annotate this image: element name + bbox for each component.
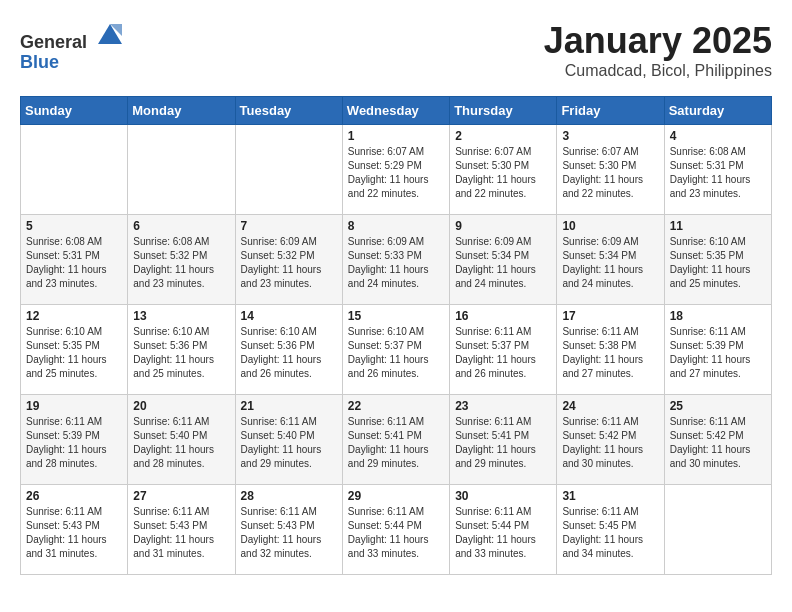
day-number: 19 (26, 399, 122, 413)
day-number: 30 (455, 489, 551, 503)
daylight-text: Daylight: 11 hours and 33 minutes. (348, 534, 429, 559)
sunset-text: Sunset: 5:45 PM (562, 520, 636, 531)
day-info: Sunrise: 6:07 AM Sunset: 5:29 PM Dayligh… (348, 145, 444, 201)
day-number: 10 (562, 219, 658, 233)
daylight-text: Daylight: 11 hours and 30 minutes. (670, 444, 751, 469)
sunrise-text: Sunrise: 6:11 AM (455, 506, 531, 517)
sunset-text: Sunset: 5:31 PM (670, 160, 744, 171)
daylight-text: Daylight: 11 hours and 26 minutes. (455, 354, 536, 379)
sunset-text: Sunset: 5:35 PM (670, 250, 744, 261)
day-number: 31 (562, 489, 658, 503)
day-cell: 16 Sunrise: 6:11 AM Sunset: 5:37 PM Dayl… (450, 305, 557, 395)
day-number: 26 (26, 489, 122, 503)
day-info: Sunrise: 6:10 AM Sunset: 5:37 PM Dayligh… (348, 325, 444, 381)
sunrise-text: Sunrise: 6:09 AM (455, 236, 531, 247)
sunrise-text: Sunrise: 6:07 AM (455, 146, 531, 157)
day-info: Sunrise: 6:11 AM Sunset: 5:39 PM Dayligh… (26, 415, 122, 471)
header-friday: Friday (557, 97, 664, 125)
day-number: 4 (670, 129, 766, 143)
day-cell: 25 Sunrise: 6:11 AM Sunset: 5:42 PM Dayl… (664, 395, 771, 485)
daylight-text: Daylight: 11 hours and 29 minutes. (241, 444, 322, 469)
day-cell: 19 Sunrise: 6:11 AM Sunset: 5:39 PM Dayl… (21, 395, 128, 485)
day-cell: 27 Sunrise: 6:11 AM Sunset: 5:43 PM Dayl… (128, 485, 235, 575)
sunrise-text: Sunrise: 6:10 AM (241, 326, 317, 337)
sunrise-text: Sunrise: 6:08 AM (133, 236, 209, 247)
daylight-text: Daylight: 11 hours and 28 minutes. (26, 444, 107, 469)
sunrise-text: Sunrise: 6:11 AM (133, 506, 209, 517)
calendar-table: Sunday Monday Tuesday Wednesday Thursday… (20, 96, 772, 575)
day-cell: 8 Sunrise: 6:09 AM Sunset: 5:33 PM Dayli… (342, 215, 449, 305)
day-info: Sunrise: 6:11 AM Sunset: 5:43 PM Dayligh… (26, 505, 122, 561)
day-number: 6 (133, 219, 229, 233)
day-number: 8 (348, 219, 444, 233)
header-saturday: Saturday (664, 97, 771, 125)
day-number: 22 (348, 399, 444, 413)
day-info: Sunrise: 6:11 AM Sunset: 5:38 PM Dayligh… (562, 325, 658, 381)
daylight-text: Daylight: 11 hours and 33 minutes. (455, 534, 536, 559)
sunrise-text: Sunrise: 6:11 AM (26, 506, 102, 517)
sunset-text: Sunset: 5:36 PM (133, 340, 207, 351)
sunrise-text: Sunrise: 6:08 AM (26, 236, 102, 247)
week-row-1: 5 Sunrise: 6:08 AM Sunset: 5:31 PM Dayli… (21, 215, 772, 305)
day-number: 2 (455, 129, 551, 143)
daylight-text: Daylight: 11 hours and 24 minutes. (348, 264, 429, 289)
day-info: Sunrise: 6:07 AM Sunset: 5:30 PM Dayligh… (562, 145, 658, 201)
day-number: 23 (455, 399, 551, 413)
sunset-text: Sunset: 5:42 PM (670, 430, 744, 441)
day-info: Sunrise: 6:07 AM Sunset: 5:30 PM Dayligh… (455, 145, 551, 201)
day-cell: 4 Sunrise: 6:08 AM Sunset: 5:31 PM Dayli… (664, 125, 771, 215)
day-info: Sunrise: 6:08 AM Sunset: 5:32 PM Dayligh… (133, 235, 229, 291)
daylight-text: Daylight: 11 hours and 25 minutes. (133, 354, 214, 379)
daylight-text: Daylight: 11 hours and 23 minutes. (670, 174, 751, 199)
day-number: 13 (133, 309, 229, 323)
day-cell: 23 Sunrise: 6:11 AM Sunset: 5:41 PM Dayl… (450, 395, 557, 485)
daylight-text: Daylight: 11 hours and 29 minutes. (348, 444, 429, 469)
day-number: 14 (241, 309, 337, 323)
day-info: Sunrise: 6:11 AM Sunset: 5:42 PM Dayligh… (670, 415, 766, 471)
sunrise-text: Sunrise: 6:11 AM (670, 416, 746, 427)
day-number: 21 (241, 399, 337, 413)
logo-text: General Blue (20, 20, 126, 73)
daylight-text: Daylight: 11 hours and 24 minutes. (455, 264, 536, 289)
daylight-text: Daylight: 11 hours and 26 minutes. (241, 354, 322, 379)
header-thursday: Thursday (450, 97, 557, 125)
day-number: 1 (348, 129, 444, 143)
sunset-text: Sunset: 5:32 PM (241, 250, 315, 261)
daylight-text: Daylight: 11 hours and 29 minutes. (455, 444, 536, 469)
sunrise-text: Sunrise: 6:11 AM (241, 506, 317, 517)
logo-blue: Blue (20, 52, 59, 72)
day-info: Sunrise: 6:08 AM Sunset: 5:31 PM Dayligh… (26, 235, 122, 291)
week-row-0: 1 Sunrise: 6:07 AM Sunset: 5:29 PM Dayli… (21, 125, 772, 215)
sunrise-text: Sunrise: 6:10 AM (133, 326, 209, 337)
sunset-text: Sunset: 5:34 PM (562, 250, 636, 261)
day-cell: 30 Sunrise: 6:11 AM Sunset: 5:44 PM Dayl… (450, 485, 557, 575)
sunrise-text: Sunrise: 6:09 AM (241, 236, 317, 247)
calendar-subtitle: Cumadcad, Bicol, Philippines (544, 62, 772, 80)
day-cell: 28 Sunrise: 6:11 AM Sunset: 5:43 PM Dayl… (235, 485, 342, 575)
daylight-text: Daylight: 11 hours and 23 minutes. (26, 264, 107, 289)
sunset-text: Sunset: 5:44 PM (348, 520, 422, 531)
day-info: Sunrise: 6:11 AM Sunset: 5:41 PM Dayligh… (455, 415, 551, 471)
sunrise-text: Sunrise: 6:11 AM (455, 326, 531, 337)
day-cell: 14 Sunrise: 6:10 AM Sunset: 5:36 PM Dayl… (235, 305, 342, 395)
day-number: 16 (455, 309, 551, 323)
day-cell: 3 Sunrise: 6:07 AM Sunset: 5:30 PM Dayli… (557, 125, 664, 215)
sunrise-text: Sunrise: 6:11 AM (133, 416, 209, 427)
day-number: 11 (670, 219, 766, 233)
daylight-text: Daylight: 11 hours and 31 minutes. (133, 534, 214, 559)
day-cell: 20 Sunrise: 6:11 AM Sunset: 5:40 PM Dayl… (128, 395, 235, 485)
header-monday: Monday (128, 97, 235, 125)
sunset-text: Sunset: 5:36 PM (241, 340, 315, 351)
header-sunday: Sunday (21, 97, 128, 125)
day-cell: 6 Sunrise: 6:08 AM Sunset: 5:32 PM Dayli… (128, 215, 235, 305)
day-info: Sunrise: 6:11 AM Sunset: 5:41 PM Dayligh… (348, 415, 444, 471)
sunrise-text: Sunrise: 6:10 AM (26, 326, 102, 337)
sunrise-text: Sunrise: 6:11 AM (670, 326, 746, 337)
day-number: 20 (133, 399, 229, 413)
day-cell: 1 Sunrise: 6:07 AM Sunset: 5:29 PM Dayli… (342, 125, 449, 215)
sunset-text: Sunset: 5:33 PM (348, 250, 422, 261)
daylight-text: Daylight: 11 hours and 27 minutes. (670, 354, 751, 379)
day-cell: 22 Sunrise: 6:11 AM Sunset: 5:41 PM Dayl… (342, 395, 449, 485)
sunrise-text: Sunrise: 6:11 AM (241, 416, 317, 427)
sunset-text: Sunset: 5:30 PM (562, 160, 636, 171)
